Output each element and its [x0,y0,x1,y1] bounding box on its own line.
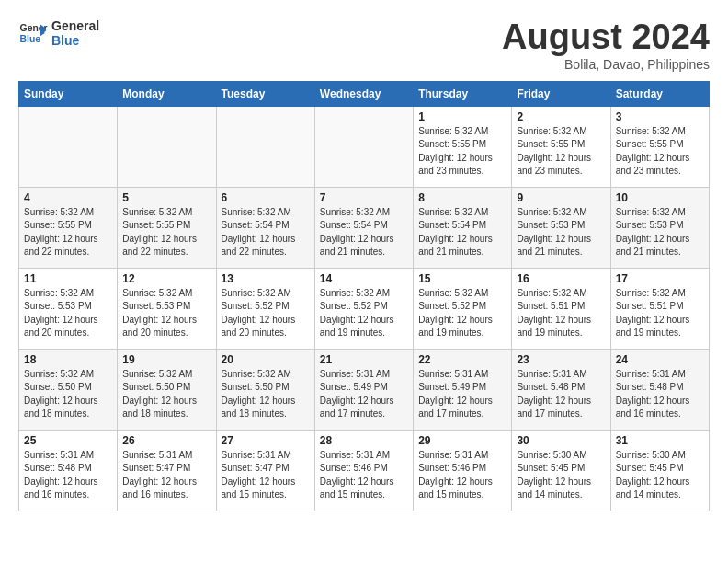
month-year-title: August 2024 [502,18,710,57]
day-info: Sunrise: 5:32 AM Sunset: 5:55 PM Dayligh… [616,125,704,178]
header-saturday: Saturday [610,81,709,106]
calendar-cell: 1Sunrise: 5:32 AM Sunset: 5:55 PM Daylig… [414,106,512,187]
day-number: 1 [418,110,506,123]
title-block: August 2024 Bolila, Davao, Philippines [502,18,710,72]
day-number: 12 [122,272,210,285]
header-wednesday: Wednesday [314,81,413,106]
day-number: 17 [616,272,704,285]
day-number: 16 [517,272,605,285]
day-number: 8 [418,191,506,204]
day-info: Sunrise: 5:32 AM Sunset: 5:50 PM Dayligh… [222,368,310,421]
calendar-cell [19,106,118,187]
day-number: 3 [616,110,704,123]
svg-text:Blue: Blue [20,34,41,44]
header-friday: Friday [512,81,610,106]
calendar-cell: 9Sunrise: 5:32 AM Sunset: 5:53 PM Daylig… [512,187,610,268]
day-info: Sunrise: 5:32 AM Sunset: 5:54 PM Dayligh… [320,206,408,259]
day-info: Sunrise: 5:31 AM Sunset: 5:46 PM Dayligh… [418,449,506,502]
calendar-cell: 26Sunrise: 5:31 AM Sunset: 5:47 PM Dayli… [118,430,216,511]
calendar-cell: 8Sunrise: 5:32 AM Sunset: 5:54 PM Daylig… [414,187,512,268]
day-number: 24 [616,353,704,366]
day-info: Sunrise: 5:32 AM Sunset: 5:50 PM Dayligh… [24,368,112,421]
day-info: Sunrise: 5:32 AM Sunset: 5:55 PM Dayligh… [122,206,210,259]
day-number: 18 [24,353,112,366]
day-info: Sunrise: 5:32 AM Sunset: 5:55 PM Dayligh… [517,125,605,178]
day-info: Sunrise: 5:31 AM Sunset: 5:47 PM Dayligh… [222,449,310,502]
day-number: 30 [517,434,605,447]
day-info: Sunrise: 5:32 AM Sunset: 5:53 PM Dayligh… [517,206,605,259]
calendar-cell: 2Sunrise: 5:32 AM Sunset: 5:55 PM Daylig… [512,106,610,187]
day-number: 15 [418,272,506,285]
calendar-cell: 25Sunrise: 5:31 AM Sunset: 5:48 PM Dayli… [19,430,118,511]
calendar-cell: 30Sunrise: 5:30 AM Sunset: 5:45 PM Dayli… [512,430,610,511]
calendar-table: SundayMondayTuesdayWednesdayThursdayFrid… [18,81,710,511]
calendar-cell: 14Sunrise: 5:32 AM Sunset: 5:52 PM Dayli… [314,268,413,349]
calendar-cell: 7Sunrise: 5:32 AM Sunset: 5:54 PM Daylig… [314,187,413,268]
calendar-cell: 5Sunrise: 5:32 AM Sunset: 5:55 PM Daylig… [118,187,216,268]
logo: General Blue General Blue [18,18,99,48]
logo-line2: Blue [51,33,99,48]
page-header: General Blue General Blue August 2024 Bo… [18,18,710,72]
day-info: Sunrise: 5:32 AM Sunset: 5:52 PM Dayligh… [418,287,506,340]
calendar-cell: 11Sunrise: 5:32 AM Sunset: 5:53 PM Dayli… [19,268,118,349]
day-info: Sunrise: 5:32 AM Sunset: 5:52 PM Dayligh… [320,287,408,340]
day-number: 19 [122,353,210,366]
day-info: Sunrise: 5:31 AM Sunset: 5:48 PM Dayligh… [517,368,605,421]
logo-icon: General Blue [18,18,48,48]
day-number: 5 [122,191,210,204]
day-number: 9 [517,191,605,204]
day-number: 13 [222,272,310,285]
calendar-header: SundayMondayTuesdayWednesdayThursdayFrid… [19,81,710,106]
day-number: 26 [122,434,210,447]
calendar-cell: 17Sunrise: 5:32 AM Sunset: 5:51 PM Dayli… [610,268,709,349]
day-info: Sunrise: 5:31 AM Sunset: 5:49 PM Dayligh… [418,368,506,421]
calendar-cell: 4Sunrise: 5:32 AM Sunset: 5:55 PM Daylig… [19,187,118,268]
day-info: Sunrise: 5:32 AM Sunset: 5:54 PM Dayligh… [222,206,310,259]
calendar-cell: 6Sunrise: 5:32 AM Sunset: 5:54 PM Daylig… [216,187,314,268]
calendar-cell: 12Sunrise: 5:32 AM Sunset: 5:53 PM Dayli… [118,268,216,349]
day-number: 22 [418,353,506,366]
day-info: Sunrise: 5:31 AM Sunset: 5:47 PM Dayligh… [122,449,210,502]
day-number: 27 [222,434,310,447]
header-sunday: Sunday [19,81,118,106]
calendar-cell: 16Sunrise: 5:32 AM Sunset: 5:51 PM Dayli… [512,268,610,349]
day-info: Sunrise: 5:32 AM Sunset: 5:54 PM Dayligh… [418,206,506,259]
day-info: Sunrise: 5:32 AM Sunset: 5:55 PM Dayligh… [418,125,506,178]
calendar-cell: 18Sunrise: 5:32 AM Sunset: 5:50 PM Dayli… [19,349,118,430]
calendar-cell: 19Sunrise: 5:32 AM Sunset: 5:50 PM Dayli… [118,349,216,430]
day-info: Sunrise: 5:30 AM Sunset: 5:45 PM Dayligh… [616,449,704,502]
calendar-cell: 21Sunrise: 5:31 AM Sunset: 5:49 PM Dayli… [314,349,413,430]
day-number: 23 [517,353,605,366]
calendar-cell: 31Sunrise: 5:30 AM Sunset: 5:45 PM Dayli… [610,430,709,511]
location-subtitle: Bolila, Davao, Philippines [502,57,710,72]
day-info: Sunrise: 5:32 AM Sunset: 5:50 PM Dayligh… [122,368,210,421]
day-info: Sunrise: 5:30 AM Sunset: 5:45 PM Dayligh… [517,449,605,502]
logo-line1: General [51,18,99,33]
day-info: Sunrise: 5:31 AM Sunset: 5:48 PM Dayligh… [24,449,112,502]
calendar-cell: 23Sunrise: 5:31 AM Sunset: 5:48 PM Dayli… [512,349,610,430]
calendar-cell: 13Sunrise: 5:32 AM Sunset: 5:52 PM Dayli… [216,268,314,349]
calendar-cell: 10Sunrise: 5:32 AM Sunset: 5:53 PM Dayli… [610,187,709,268]
day-info: Sunrise: 5:32 AM Sunset: 5:53 PM Dayligh… [616,206,704,259]
calendar-cell: 27Sunrise: 5:31 AM Sunset: 5:47 PM Dayli… [216,430,314,511]
day-info: Sunrise: 5:32 AM Sunset: 5:51 PM Dayligh… [517,287,605,340]
calendar-cell [314,106,413,187]
day-number: 14 [320,272,408,285]
day-number: 31 [616,434,704,447]
day-number: 6 [222,191,310,204]
calendar-cell: 3Sunrise: 5:32 AM Sunset: 5:55 PM Daylig… [610,106,709,187]
calendar-cell [118,106,216,187]
day-number: 4 [24,191,112,204]
calendar-cell: 15Sunrise: 5:32 AM Sunset: 5:52 PM Dayli… [414,268,512,349]
day-number: 21 [320,353,408,366]
calendar-cell: 20Sunrise: 5:32 AM Sunset: 5:50 PM Dayli… [216,349,314,430]
header-monday: Monday [118,81,216,106]
calendar-cell: 24Sunrise: 5:31 AM Sunset: 5:48 PM Dayli… [610,349,709,430]
day-number: 20 [222,353,310,366]
calendar-cell [216,106,314,187]
calendar-body: 1Sunrise: 5:32 AM Sunset: 5:55 PM Daylig… [19,106,710,511]
header-thursday: Thursday [414,81,512,106]
day-number: 7 [320,191,408,204]
day-info: Sunrise: 5:32 AM Sunset: 5:51 PM Dayligh… [616,287,704,340]
day-info: Sunrise: 5:32 AM Sunset: 5:53 PM Dayligh… [24,287,112,340]
